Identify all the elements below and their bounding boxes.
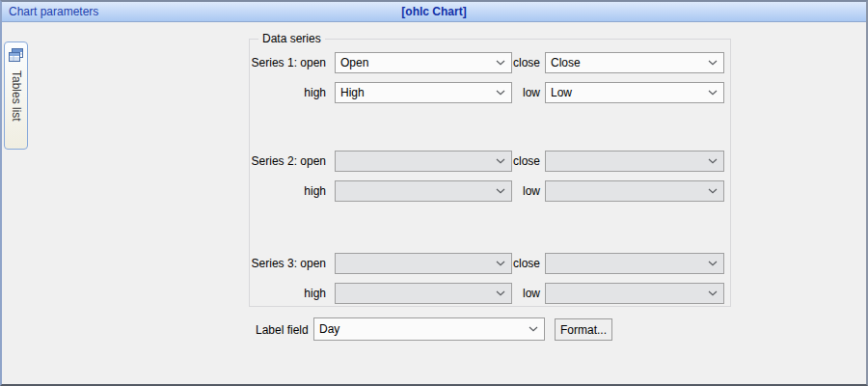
title-bar: Chart parameters [ohlc Chart] xyxy=(2,2,866,22)
series1-close-label: close xyxy=(492,52,540,73)
series2-close-select[interactable] xyxy=(545,151,724,172)
chart-title: [ohlc Chart] xyxy=(2,2,866,21)
series1-close-select[interactable]: Close xyxy=(545,52,724,73)
chevron-down-icon xyxy=(708,261,718,266)
series2-low-label: low xyxy=(492,180,540,202)
series1-low-select[interactable]: Low xyxy=(545,82,724,103)
series3-low-label: low xyxy=(492,283,540,304)
chevron-down-icon xyxy=(708,60,718,66)
series3-high-label: high xyxy=(230,283,326,304)
combo-value: Open xyxy=(336,53,511,72)
series2-row-label: Series 2: open xyxy=(230,151,326,172)
series3-open-select[interactable] xyxy=(335,253,512,274)
series1-open-select[interactable]: Open xyxy=(335,52,512,73)
tables-icon xyxy=(8,47,24,68)
series3-low-select[interactable] xyxy=(545,283,724,304)
combo-value: Day xyxy=(314,318,544,340)
chevron-down-icon xyxy=(708,90,718,96)
combo-value: Low xyxy=(546,83,723,102)
chevron-down-icon xyxy=(708,290,718,296)
series3-close-select[interactable] xyxy=(545,253,724,274)
label-field-label: Label field xyxy=(256,318,309,342)
series3-high-select[interactable] xyxy=(335,283,512,304)
series1-high-select[interactable]: High xyxy=(335,82,512,103)
format-button[interactable]: Format... xyxy=(555,318,612,341)
sidebar-tab-label: Tables list xyxy=(10,70,23,122)
series2-open-select[interactable] xyxy=(335,151,512,172)
combo-value: High xyxy=(336,83,511,102)
series3-row-label: Series 3: open xyxy=(230,253,326,274)
series2-high-label: high xyxy=(230,180,326,202)
chevron-down-icon xyxy=(708,188,718,194)
label-field-select[interactable]: Day xyxy=(313,317,545,341)
series1-row-label: Series 1: open xyxy=(230,52,326,73)
series2-high-select[interactable] xyxy=(335,180,512,202)
series3-close-label: close xyxy=(492,253,540,274)
chevron-down-icon xyxy=(708,158,718,164)
series1-low-label: low xyxy=(492,82,540,103)
sidebar-tab-tables-list[interactable]: Tables list xyxy=(4,41,28,150)
series2-low-select[interactable] xyxy=(545,180,724,202)
groupbox-title: Data series xyxy=(258,32,325,45)
series1-high-label: high xyxy=(230,82,326,103)
series2-close-label: close xyxy=(492,151,540,172)
chevron-down-icon xyxy=(529,326,538,332)
chart-parameters-window: Chart parameters [ohlc Chart] Tables lis… xyxy=(0,0,868,386)
combo-value: Close xyxy=(546,53,723,72)
